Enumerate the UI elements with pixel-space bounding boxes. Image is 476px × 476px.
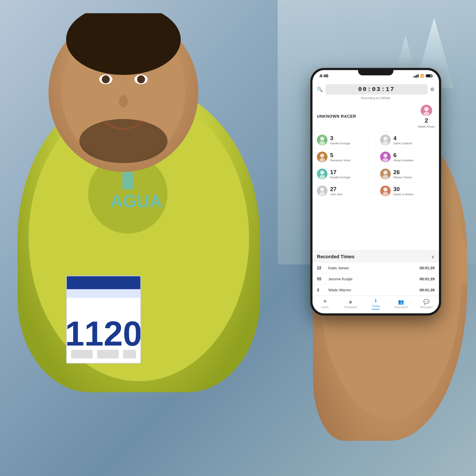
racer-info-27: 27 John Doe <box>330 186 342 196</box>
svg-point-2 <box>79 119 168 163</box>
timing-active-indicator <box>372 309 380 310</box>
filter-button[interactable]: ⚙ <box>430 87 435 92</box>
racer-cell-30[interactable]: 30 David Le Botton <box>376 183 439 199</box>
racer-info-6: 6 Alisan Karateke <box>393 152 413 162</box>
racer-avatar-27 <box>317 186 327 196</box>
svg-point-39 <box>383 153 387 158</box>
nav-item-timing[interactable]: ℹ Timing <box>363 298 389 310</box>
racer-name-26: Mansur Sarica <box>393 176 412 179</box>
racer-cell-5[interactable]: 5 Ramazan Yenici <box>312 149 376 166</box>
time-row-3[interactable]: 3 Wade Warren 00:01:28 <box>312 285 439 296</box>
racer-name-27: John Doe <box>330 193 342 196</box>
racer-name-6: Alisan Karateke <box>393 159 413 162</box>
svg-point-49 <box>319 192 325 196</box>
racer-cell-6[interactable]: 6 Alisan Karateke <box>376 149 439 166</box>
melek-arican-number: 2 <box>425 117 428 124</box>
racer-number-30: 30 <box>393 186 414 193</box>
checkpoint-icon: ◆ <box>349 299 352 305</box>
participants-icon: 👥 <box>398 299 404 305</box>
svg-point-28 <box>423 112 429 116</box>
racer-name-4: Sahin Ozdemir <box>393 142 412 145</box>
status-icons: 📶 <box>414 74 432 78</box>
svg-rect-18 <box>97 350 119 358</box>
racer-number-26: 26 <box>393 169 412 176</box>
svg-point-43 <box>319 175 325 179</box>
melek-arican-name: Melek Arican <box>418 125 435 128</box>
search-timer-bar: 🔍 00:03:17 ⚙ <box>312 82 439 96</box>
svg-point-48 <box>320 187 324 191</box>
racer-cell-17[interactable]: 17 Kamile Kurtoglu <box>312 166 376 183</box>
battery-icon <box>426 74 432 77</box>
racer-cell-27[interactable]: 27 John Doe <box>312 183 376 199</box>
time-row-55-name: Jerome Kudjal <box>328 277 416 281</box>
battery-fill <box>426 75 431 77</box>
svg-point-31 <box>319 141 325 145</box>
timer-display: 00:03:17 <box>325 84 427 95</box>
nav-item-participants[interactable]: 👥 Participants <box>388 299 414 309</box>
svg-point-7 <box>119 95 128 107</box>
svg-point-40 <box>383 158 388 162</box>
melek-arican-avatar <box>421 105 432 116</box>
recorded-times-header[interactable]: Recorded Times ∨ <box>312 250 439 263</box>
signal-bars <box>414 74 419 78</box>
svg-rect-14 <box>67 276 140 289</box>
svg-point-51 <box>383 187 387 191</box>
svg-point-33 <box>383 137 387 141</box>
status-time: 4:46 <box>320 73 328 78</box>
event-icon: ⚑ <box>323 299 327 305</box>
svg-point-46 <box>383 175 388 179</box>
racer-info-26: 26 Mansur Sarica <box>393 169 412 179</box>
time-row-3-name: Wade Warren <box>328 288 416 292</box>
racer-cell-4[interactable]: 4 Sahin Ozdemir <box>376 132 439 149</box>
bottom-nav: ⚑ Event ◆ Checkpoint ℹ Timing 👥 Particip… <box>312 296 439 313</box>
racer-info-30: 30 David Le Botton <box>393 186 414 196</box>
nav-item-messages[interactable]: 💬 Messages <box>414 299 439 309</box>
nav-label-event: Event <box>322 306 329 309</box>
phone-outer: 4:46 📶 🔍 00:03:17 <box>311 68 441 315</box>
svg-text:AGUA: AGUA <box>110 191 162 211</box>
nav-item-event[interactable]: ⚑ Event <box>312 299 338 309</box>
racer-cell-26[interactable]: 26 Mansur Sarica <box>376 166 439 183</box>
racer-avatar-6 <box>380 152 391 162</box>
nav-item-checkpoint[interactable]: ◆ Checkpoint <box>338 299 363 309</box>
racer-avatar-17 <box>317 169 327 179</box>
racer-name-17: Kamile Kurtoglu <box>330 176 350 179</box>
svg-point-37 <box>319 158 325 162</box>
time-row-3-number: 3 <box>317 288 325 292</box>
svg-rect-15 <box>67 289 140 298</box>
unknown-racer-row[interactable]: UNKNOWN RACER 2 Melek Arican <box>312 102 439 132</box>
race-bib: 1120 <box>66 275 141 364</box>
svg-point-6 <box>137 75 145 83</box>
racer-avatar-5 <box>317 152 327 162</box>
racer-cell-3[interactable]: 3 Kamile Kurtoglu <box>312 132 376 149</box>
time-row-55[interactable]: 55 Jerome Kudjal 00:01:29 <box>312 274 439 285</box>
racer-number-4: 4 <box>393 135 412 142</box>
svg-rect-12 <box>122 172 133 189</box>
time-row-22[interactable]: 22 Katie James 00:01:29 <box>312 263 439 274</box>
nav-label-messages: Messages <box>420 306 432 309</box>
chevron-down-icon[interactable]: ∨ <box>431 254 435 259</box>
racer-avatar-30 <box>380 186 391 196</box>
racer-name-5: Ramazan Yenici <box>330 159 351 162</box>
signal-bar-3 <box>416 75 417 78</box>
racer-info-3: 3 Kamile Kurtoglu <box>330 135 350 145</box>
svg-point-42 <box>320 170 324 174</box>
recorded-times-title: Recorded Times <box>317 254 355 260</box>
racer-number-6: 6 <box>393 152 413 159</box>
racer-number-5: 5 <box>330 152 351 159</box>
svg-point-4 <box>102 75 110 83</box>
racer-avatar-4 <box>380 135 391 145</box>
search-button[interactable]: 🔍 <box>317 87 323 92</box>
melek-arican-card[interactable]: 2 Melek Arican <box>418 105 435 128</box>
svg-point-30 <box>320 137 324 141</box>
time-row-3-time: 00:01:28 <box>420 288 435 292</box>
racer-avatar-26 <box>380 169 391 179</box>
racer-number-3: 3 <box>330 135 350 142</box>
svg-rect-17 <box>71 350 93 358</box>
recording-label: Recording at Cliffside <box>312 96 439 102</box>
timing-icon: ℹ <box>375 298 377 304</box>
wifi-icon: 📶 <box>420 74 424 78</box>
svg-text:1120: 1120 <box>67 314 140 353</box>
racer-info-17: 17 Kamile Kurtoglu <box>330 169 350 179</box>
person-head <box>49 13 198 172</box>
